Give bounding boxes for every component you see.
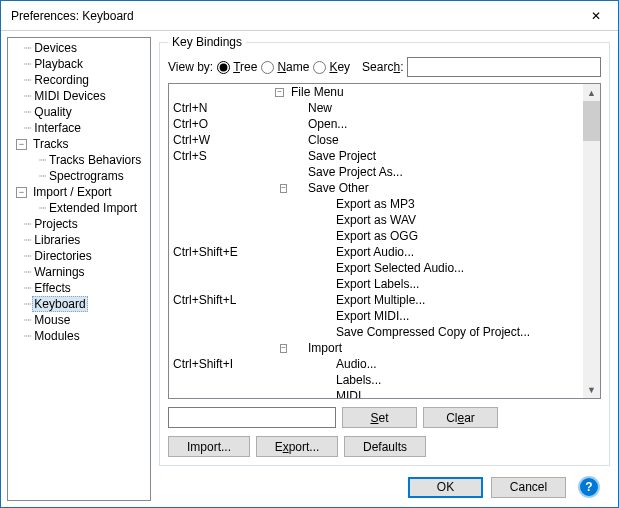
binding-row[interactable]: −File Menu	[169, 84, 583, 100]
scroll-down-icon[interactable]: ▼	[583, 381, 600, 398]
binding-row[interactable]: Export Labels...	[169, 276, 583, 292]
expand-cell: −	[273, 344, 290, 353]
tree-item[interactable]: ┈Warnings	[8, 264, 150, 280]
tree-label: Spectrograms	[47, 169, 126, 183]
cancel-button[interactable]: Cancel	[491, 477, 566, 498]
scroll-thumb[interactable]	[583, 101, 600, 141]
tree-line-icon: ┈	[14, 105, 30, 119]
tree-label: Warnings	[32, 265, 86, 279]
tree-item[interactable]: ┈Interface	[8, 120, 150, 136]
tree-line-icon: ┈	[14, 329, 30, 343]
binding-key: Ctrl+W	[169, 133, 273, 147]
binding-row[interactable]: Save Project As...	[169, 164, 583, 180]
expand-icon[interactable]: −	[280, 344, 287, 353]
tree-line-icon: ┈	[14, 89, 30, 103]
tree-line-icon: ┈	[14, 281, 30, 295]
viewby-tree-radio[interactable]	[217, 61, 230, 74]
viewby-key[interactable]: Key	[313, 60, 350, 74]
search-input[interactable]	[407, 57, 601, 77]
binding-row[interactable]: Save Compressed Copy of Project...	[169, 324, 583, 340]
binding-key: Ctrl+Shift+I	[169, 357, 273, 371]
binding-row[interactable]: Export as WAV	[169, 212, 583, 228]
tree-line-icon: ┈	[14, 249, 30, 263]
expand-icon[interactable]: −	[275, 88, 284, 97]
viewby-name-radio[interactable]	[261, 61, 274, 74]
viewby-row: View by: Tree Name Key Search:	[168, 55, 601, 83]
binding-row[interactable]: MIDI	[169, 388, 583, 398]
binding-name: Export Labels...	[304, 277, 583, 291]
binding-name: Save Project As...	[290, 165, 583, 179]
tree-line-icon: ┈	[14, 57, 30, 71]
binding-row[interactable]: Ctrl+WClose	[169, 132, 583, 148]
tree-line-icon: ┈	[14, 121, 30, 135]
binding-row[interactable]: Ctrl+Shift+LExport Multiple...	[169, 292, 583, 308]
tree-label: Extended Import	[47, 201, 139, 215]
scroll-up-icon[interactable]: ▲	[583, 84, 600, 101]
tree-item[interactable]: ┈Libraries	[8, 232, 150, 248]
shortcut-input[interactable]	[168, 407, 336, 428]
import-button[interactable]: Import...	[168, 436, 250, 457]
viewby-tree[interactable]: Tree	[217, 60, 257, 74]
tree-item[interactable]: ┈Effects	[8, 280, 150, 296]
binding-row[interactable]: Ctrl+OOpen...	[169, 116, 583, 132]
tree-item[interactable]: ┈Playback	[8, 56, 150, 72]
binding-name: MIDI	[304, 389, 583, 398]
binding-row[interactable]: Export MIDI...	[169, 308, 583, 324]
tree-item[interactable]: −Tracks	[8, 136, 150, 152]
viewby-name[interactable]: Name	[261, 60, 309, 74]
defaults-button[interactable]: Defaults	[344, 436, 426, 457]
binding-row[interactable]: Ctrl+SSave Project	[169, 148, 583, 164]
tree-toggle-icon[interactable]: −	[16, 187, 27, 198]
tree-item[interactable]: ┈Modules	[8, 328, 150, 344]
tree-line-icon: ┈	[14, 201, 45, 215]
tree-item[interactable]: ┈Extended Import	[8, 200, 150, 216]
tree-line-icon: ┈	[14, 297, 30, 311]
binding-row[interactable]: Ctrl+Shift+EExport Audio...	[169, 244, 583, 260]
close-button[interactable]: ✕	[573, 1, 618, 31]
tree-item[interactable]: ┈Quality	[8, 104, 150, 120]
binding-row[interactable]: Ctrl+Shift+IAudio...	[169, 356, 583, 372]
tree-item[interactable]: ┈Mouse	[8, 312, 150, 328]
binding-key: Ctrl+N	[169, 101, 273, 115]
binding-row[interactable]: −Import	[169, 340, 583, 356]
tree-item[interactable]: ┈Projects	[8, 216, 150, 232]
tree-line-icon: ┈	[14, 313, 30, 327]
tree-item[interactable]: ┈MIDI Devices	[8, 88, 150, 104]
binding-row[interactable]: −Save Other	[169, 180, 583, 196]
binding-row[interactable]: Export Selected Audio...	[169, 260, 583, 276]
set-button[interactable]: Set	[342, 407, 417, 428]
binding-name: Open...	[290, 117, 583, 131]
tree-label: Tracks Behaviors	[47, 153, 143, 167]
bindings-list[interactable]: −File MenuCtrl+NNewCtrl+OOpen...Ctrl+WCl…	[168, 83, 601, 399]
tree-item[interactable]: ┈Directories	[8, 248, 150, 264]
binding-name: Labels...	[304, 373, 583, 387]
viewby-key-radio[interactable]	[313, 61, 326, 74]
export-button[interactable]: Export...	[256, 436, 338, 457]
clear-button[interactable]: Clear	[423, 407, 498, 428]
binding-name: Export MIDI...	[304, 309, 583, 323]
binding-name: Export as MP3	[304, 197, 583, 211]
category-tree[interactable]: ┈Devices ┈Playback ┈Recording ┈MIDI Devi…	[7, 37, 151, 501]
binding-key: Ctrl+S	[169, 149, 273, 163]
binding-row[interactable]: Export as MP3	[169, 196, 583, 212]
tree-label: Directories	[32, 249, 93, 263]
expand-icon[interactable]: −	[280, 184, 287, 193]
binding-name: Import	[290, 341, 583, 355]
help-button[interactable]: ?	[578, 476, 600, 498]
binding-row[interactable]: Export as OGG	[169, 228, 583, 244]
binding-row[interactable]: Ctrl+NNew	[169, 100, 583, 116]
binding-name: Export as WAV	[304, 213, 583, 227]
binding-row[interactable]: Labels...	[169, 372, 583, 388]
tree-item[interactable]: ┈Spectrograms	[8, 168, 150, 184]
binding-name: Save Other	[290, 181, 583, 195]
tree-item[interactable]: ┈Tracks Behaviors	[8, 152, 150, 168]
tree-label: Projects	[32, 217, 79, 231]
tree-item[interactable]: ┈Devices	[8, 40, 150, 56]
group-title: Key Bindings	[168, 35, 246, 49]
tree-item[interactable]: −Import / Export	[8, 184, 150, 200]
ok-button[interactable]: OK	[408, 477, 483, 498]
tree-item[interactable]: ┈Keyboard	[8, 296, 150, 312]
tree-item[interactable]: ┈Recording	[8, 72, 150, 88]
scrollbar[interactable]: ▲ ▼	[583, 84, 600, 398]
tree-toggle-icon[interactable]: −	[16, 139, 27, 150]
